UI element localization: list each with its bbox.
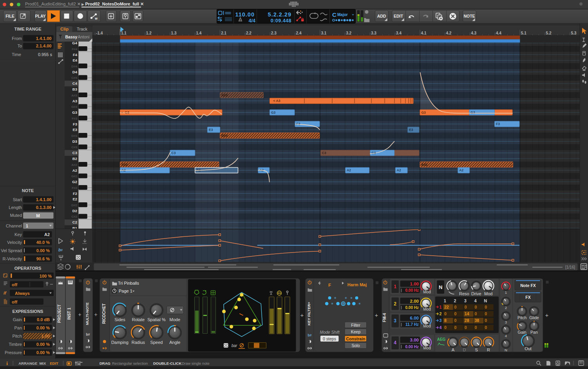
svg-text:1.00: 1.00: [42, 334, 50, 338]
svg-text:To: To: [17, 44, 22, 48]
svg-text:F3: F3: [73, 122, 77, 126]
svg-text:3.2: 3.2: [346, 31, 351, 35]
svg-text:5.1: 5.1: [521, 31, 526, 35]
svg-text:G#3: G#3: [71, 105, 78, 109]
svg-text:ARRANGE: ARRANGE: [18, 361, 37, 365]
svg-text:if: if: [4, 291, 7, 295]
svg-text:4.2: 4.2: [446, 31, 451, 35]
svg-text:4.1: 4.1: [421, 31, 427, 35]
svg-text:[1/16]: [1/16]: [565, 265, 575, 269]
svg-text:Length: Length: [9, 205, 22, 210]
svg-text:N: N: [484, 298, 487, 303]
svg-text:G2: G2: [72, 180, 77, 184]
svg-text:C2: C2: [72, 220, 77, 224]
svg-text:Start: Start: [13, 197, 22, 202]
svg-text:Pressure: Pressure: [5, 350, 22, 355]
svg-text:C#2: C#2: [71, 215, 77, 218]
svg-text:14: 14: [465, 311, 469, 316]
svg-text:Pan: Pan: [14, 325, 22, 330]
svg-text:4: 4: [440, 325, 442, 330]
svg-text:0: 0: [444, 325, 447, 330]
svg-text:OPERATORS: OPERATORS: [14, 266, 42, 271]
svg-text:D#4: D#4: [71, 65, 77, 68]
svg-text:1.2: 1.2: [146, 31, 152, 35]
svg-text:Page 1: Page 1: [119, 289, 132, 293]
svg-text:Mode Shift: Mode Shift: [320, 330, 340, 334]
svg-text:90.6 %: 90.6 %: [36, 256, 50, 261]
svg-text:28: 28: [465, 318, 469, 323]
svg-text:EDIT: EDIT: [50, 361, 58, 365]
svg-text:RICOCHET: RICOCHET: [102, 304, 106, 324]
svg-text:4: 4: [474, 298, 477, 303]
svg-text:0.00 %: 0.00 %: [36, 248, 50, 253]
svg-text:0.00 Hz: 0.00 Hz: [405, 288, 419, 293]
svg-text:Track: Track: [77, 27, 88, 31]
svg-text:2.2: 2.2: [246, 31, 251, 35]
svg-text:D4: D4: [72, 70, 78, 74]
svg-text:22: 22: [444, 305, 449, 309]
svg-text:N: N: [505, 348, 507, 352]
svg-text:PLAY: PLAY: [35, 14, 45, 18]
svg-text:FX: FX: [525, 295, 530, 300]
svg-text:1: 1: [444, 298, 446, 303]
svg-text:A2: A2: [72, 168, 77, 173]
svg-text:off: off: [12, 282, 17, 287]
svg-text:C3: C3: [72, 151, 77, 155]
svg-text:Bassy: Bassy: [65, 35, 78, 39]
svg-text:2.1.4.00: 2.1.4.00: [36, 44, 52, 48]
svg-text:b#: b#: [86, 333, 90, 336]
svg-text:2: 2: [440, 311, 442, 316]
svg-text:A2: A2: [459, 168, 463, 172]
svg-text:Major: Major: [337, 13, 348, 17]
svg-text:Filter: Filter: [351, 323, 360, 327]
svg-text:Always: Always: [15, 291, 30, 296]
svg-text:0.00 %: 0.00 %: [36, 342, 50, 347]
svg-text:Mod: Mod: [423, 324, 431, 328]
svg-text:E3: E3: [209, 128, 213, 132]
svg-text:0: 0: [465, 325, 467, 330]
svg-text:0: 0: [485, 318, 487, 323]
svg-text:S: S: [475, 347, 478, 352]
svg-text:A#3: A#3: [71, 94, 77, 97]
svg-text:0: 0: [475, 311, 477, 316]
svg-text:0: 0: [454, 325, 457, 330]
svg-text:Angle: Angle: [169, 340, 180, 345]
svg-text:A2: A2: [397, 168, 401, 172]
svg-text:C: C: [332, 11, 337, 18]
svg-text:G3: G3: [271, 111, 276, 115]
svg-text:38: 38: [475, 318, 479, 323]
svg-text:Channel: Channel: [6, 224, 22, 228]
svg-text:E3: E3: [72, 127, 77, 132]
svg-text:3: 3: [464, 298, 467, 303]
svg-text:M: M: [36, 213, 40, 218]
svg-text:B2: B2: [72, 156, 77, 161]
svg-text:KEY FILTER+: KEY FILTER+: [307, 302, 311, 326]
svg-text:D: D: [463, 347, 466, 352]
svg-text:3.3: 3.3: [371, 31, 376, 35]
svg-text:Solo: Solo: [351, 343, 360, 348]
svg-text:C3: C3: [172, 151, 176, 155]
svg-text:Harm Maj: Harm Maj: [347, 282, 367, 287]
svg-text:1.4.1.00: 1.4.1.00: [36, 197, 52, 202]
svg-text:1.1: 1.1: [121, 31, 127, 35]
svg-text:NOTE: NOTE: [22, 188, 34, 193]
svg-text:w: w: [94, 16, 98, 20]
svg-text:1: 1: [505, 290, 507, 294]
svg-text:Mod: Mod: [423, 346, 431, 350]
svg-text:5.2: 5.2: [546, 31, 552, 35]
svg-text:EDIT: EDIT: [394, 14, 403, 18]
svg-text:G3: G3: [125, 111, 130, 115]
svg-text:A: A: [452, 347, 455, 352]
svg-text:< A3: < A3: [273, 99, 280, 103]
svg-text:+: +: [78, 311, 81, 318]
svg-text:C3: C3: [322, 151, 326, 155]
svg-text:6.00: 6.00: [410, 316, 419, 320]
svg-text:G3: G3: [72, 110, 77, 115]
svg-text:A#2: A#2: [422, 163, 428, 167]
svg-text:Mod: Mod: [423, 290, 431, 294]
svg-text:F#3: F#3: [72, 117, 77, 120]
svg-text:11.7 Hz: 11.7 Hz: [405, 322, 419, 327]
svg-text:C#4: C#4: [71, 76, 77, 80]
svg-text:FM-4: FM-4: [382, 313, 387, 322]
svg-text:A#2: A#2: [121, 163, 128, 167]
